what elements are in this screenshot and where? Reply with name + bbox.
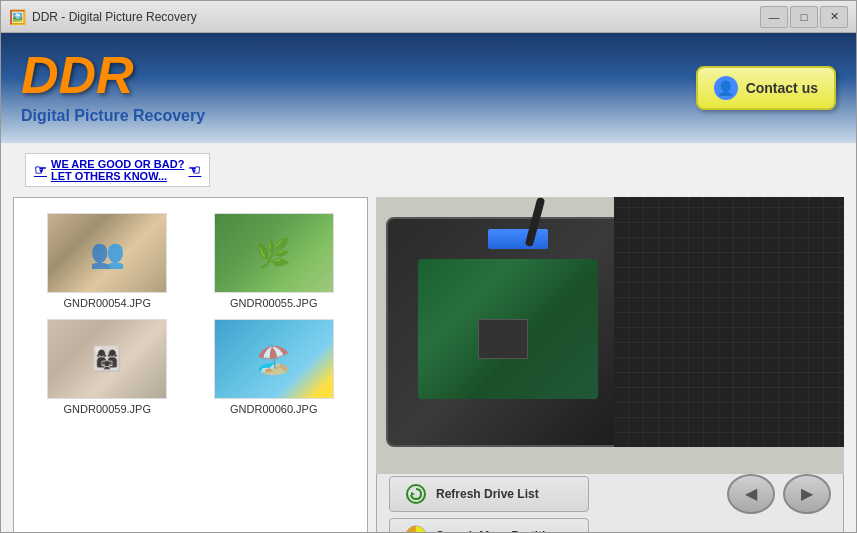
search-partitions-button[interactable]: Search More Partitions <box>389 518 589 534</box>
title-bar-left: 🖼️ DDR - Digital Picture Recovery <box>9 9 197 25</box>
preview-composite <box>376 197 844 474</box>
partition-label: Search More Partitions <box>436 529 567 534</box>
nav-next-button[interactable]: ▶ <box>783 474 831 514</box>
contact-button[interactable]: 👤 Contact us <box>696 66 836 110</box>
next-icon: ▶ <box>801 484 813 503</box>
person-icon: 👤 <box>717 80 734 96</box>
header-left: DDR Digital Picture Recovery <box>21 49 205 127</box>
control-row-1: Refresh Drive List ◀ ▶ <box>389 474 831 514</box>
file-name: GNDR00059.JPG <box>64 403 151 415</box>
preview-panel: Refresh Drive List ◀ ▶ <box>376 197 844 533</box>
file-item[interactable]: GNDR00055.JPG <box>196 213 353 309</box>
nav-prev-button[interactable]: ◀ <box>727 474 775 514</box>
hand-right-icon: ☜ <box>188 162 201 178</box>
feedback-banner[interactable]: ☞ WE ARE GOOD OR BAD?LET OTHERS KNOW... … <box>25 153 210 187</box>
prev-icon: ◀ <box>745 484 757 503</box>
app-subtitle: Digital Picture Recovery <box>21 105 205 127</box>
refresh-icon <box>404 482 428 506</box>
close-button[interactable]: ✕ <box>820 6 848 28</box>
preview-image <box>376 197 844 474</box>
file-thumbnail <box>47 319 167 399</box>
file-name: GNDR00055.JPG <box>230 297 317 309</box>
title-bar-controls: — □ ✕ <box>760 6 848 28</box>
app-logo: DDR <box>21 49 205 101</box>
refresh-drive-button[interactable]: Refresh Drive List <box>389 476 589 512</box>
file-name: GNDR00060.JPG <box>230 403 317 415</box>
window-title: DDR - Digital Picture Recovery <box>32 10 197 24</box>
contact-label: Contact us <box>746 80 818 96</box>
minimize-button[interactable]: — <box>760 6 788 28</box>
file-item[interactable]: GNDR00059.JPG <box>29 319 186 415</box>
header: DDR Digital Picture Recovery 👤 Contact u… <box>1 33 856 143</box>
laptop-body <box>614 197 844 447</box>
file-name: GNDR00054.JPG <box>64 297 151 309</box>
hand-left-icon: ☞ <box>34 162 47 178</box>
svg-marker-1 <box>411 492 415 496</box>
hdd-pcb <box>418 259 598 399</box>
feedback-text: WE ARE GOOD OR BAD?LET OTHERS KNOW... <box>51 158 184 182</box>
maximize-button[interactable]: □ <box>790 6 818 28</box>
file-item[interactable]: GNDR00060.JPG <box>196 319 353 415</box>
refresh-label: Refresh Drive List <box>436 487 539 501</box>
file-grid: GNDR00054.JPGGNDR00055.JPGGNDR00059.JPGG… <box>14 198 367 430</box>
svg-point-0 <box>407 485 425 503</box>
file-thumbnail <box>47 213 167 293</box>
hdd-connector <box>488 229 548 249</box>
nav-buttons: ◀ ▶ <box>727 474 831 514</box>
bottom-controls: Refresh Drive List ◀ ▶ <box>376 474 844 533</box>
feedback-section: ☞ WE ARE GOOD OR BAD?LET OTHERS KNOW... … <box>13 147 844 193</box>
main-content: GNDR00054.JPGGNDR00055.JPGGNDR00059.JPGG… <box>13 197 844 533</box>
file-item[interactable]: GNDR00054.JPG <box>29 213 186 309</box>
hdd-body <box>386 217 636 447</box>
file-thumbnail <box>214 213 334 293</box>
app-icon: 🖼️ <box>9 9 26 25</box>
laptop-keyboard <box>614 197 844 447</box>
file-panel[interactable]: GNDR00054.JPGGNDR00055.JPGGNDR00059.JPGG… <box>13 197 368 533</box>
hdd-chip <box>478 319 528 359</box>
title-bar: 🖼️ DDR - Digital Picture Recovery — □ ✕ <box>1 1 856 33</box>
file-thumbnail <box>214 319 334 399</box>
control-row-2: Search More Partitions <box>389 518 831 534</box>
partition-icon <box>404 524 428 534</box>
contact-icon: 👤 <box>714 76 738 100</box>
